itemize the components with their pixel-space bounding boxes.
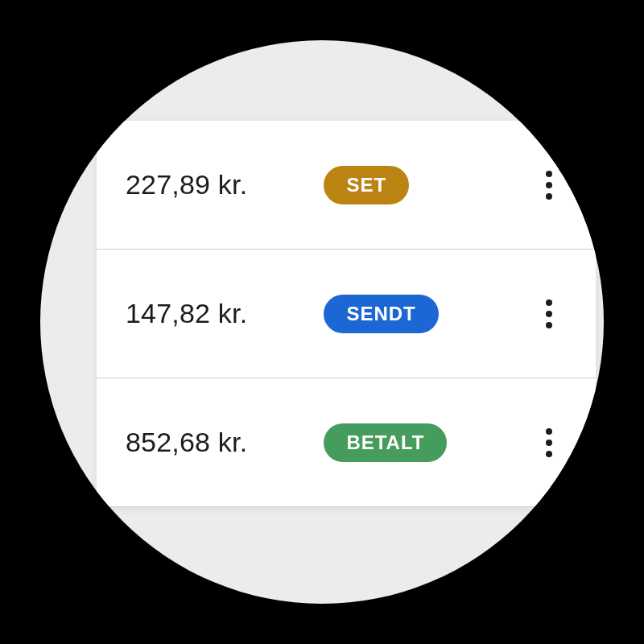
status-cell: BETALT (324, 423, 504, 462)
status-badge-betalt: BETALT (324, 423, 447, 462)
circular-viewport: 227,89 kr. SET 147,82 kr. SENDT 852, (40, 40, 604, 604)
list-item: 147,82 kr. SENDT (97, 250, 596, 378)
status-badge-sendt: SENDT (324, 295, 438, 333)
action-cell (504, 167, 576, 203)
list-item: 227,89 kr. SET (97, 121, 596, 250)
more-vertical-icon[interactable] (531, 296, 567, 332)
action-cell (504, 425, 576, 460)
status-cell: SET (324, 166, 504, 204)
status-badge-set: SET (324, 166, 409, 204)
status-cell: SENDT (324, 295, 504, 333)
more-vertical-icon[interactable] (531, 167, 567, 203)
more-vertical-icon[interactable] (531, 425, 567, 460)
action-cell (504, 296, 576, 332)
list-item: 852,68 kr. BETALT (97, 378, 596, 507)
amount-value: 227,89 kr. (126, 169, 324, 200)
transactions-card: 227,89 kr. SET 147,82 kr. SENDT 852, (97, 121, 596, 507)
amount-value: 147,82 kr. (126, 298, 324, 329)
amount-value: 852,68 kr. (126, 427, 324, 458)
